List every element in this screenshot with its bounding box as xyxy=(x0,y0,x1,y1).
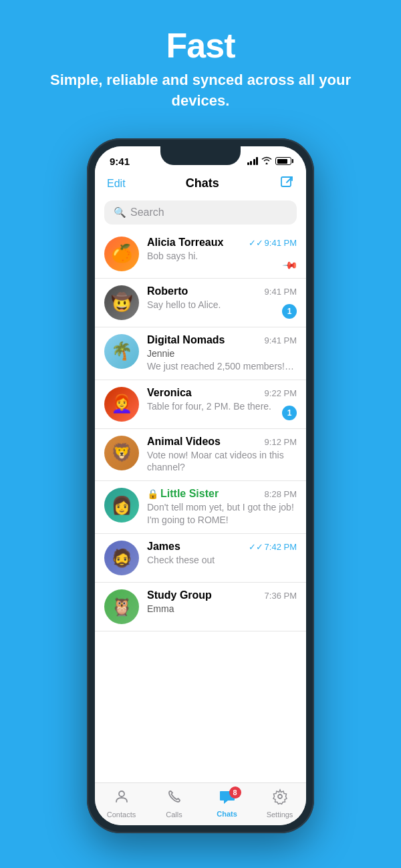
avatar-digital: 🌴 xyxy=(104,334,139,369)
tab-bar: Contacts Calls 8 xyxy=(95,782,306,825)
chat-content-roberto: Roberto 9:41 PM Say hello to Alice. xyxy=(147,285,297,311)
chat-name-veronica: Veronica xyxy=(147,387,192,399)
double-check-icon: ✓✓ xyxy=(249,238,263,248)
chat-item-animal[interactable]: 🦁 Animal Videos 9:12 PM Vote now! Moar c… xyxy=(95,429,306,482)
svg-point-2 xyxy=(278,794,282,799)
chat-time-veronica: 9:22 PM xyxy=(265,388,297,398)
contacts-icon xyxy=(114,788,130,809)
chat-time-roberto: 9:41 PM xyxy=(265,287,297,297)
chat-time-study: 7:36 PM xyxy=(265,591,297,601)
chat-item-james[interactable]: 🧔 James ✓✓7:42 PM Check these out xyxy=(95,534,306,583)
calls-icon xyxy=(166,788,182,809)
phone-frame: 9:41 xyxy=(87,138,314,833)
chat-name-roberto: Roberto xyxy=(147,285,188,297)
avatar-veronica: 👩‍🦰 xyxy=(104,387,139,422)
battery-icon xyxy=(275,157,291,165)
chats-badge: 8 xyxy=(229,786,241,799)
chat-list: 🍊 Alicia Torreaux ✓✓9:41 PM Bob says hi.… xyxy=(95,230,306,782)
chat-content-james: James ✓✓7:42 PM Check these out xyxy=(147,541,297,567)
chat-time-alicia: ✓✓9:41 PM xyxy=(249,238,297,248)
settings-icon xyxy=(272,788,288,809)
chat-item-study[interactable]: 🦉 Study Group 7:36 PM Emma xyxy=(95,583,306,631)
tab-calls-label: Calls xyxy=(166,811,182,819)
chat-content-alicia: Alicia Torreaux ✓✓9:41 PM Bob says hi. xyxy=(147,237,297,263)
svg-rect-0 xyxy=(281,177,291,186)
chat-content-veronica: Veronica 9:22 PM Table for four, 2 PM. B… xyxy=(147,387,297,413)
chat-name-alicia: Alicia Torreaux xyxy=(147,237,223,249)
chat-time-sister: 8:28 PM xyxy=(265,489,297,499)
avatar-james: 🧔 xyxy=(104,541,139,575)
tab-contacts[interactable]: Contacts xyxy=(95,788,148,819)
tab-chats-label: Chats xyxy=(217,810,237,818)
phone-notch xyxy=(160,146,241,165)
chat-item-veronica[interactable]: 👩‍🦰 Veronica 9:22 PM Table for four, 2 P… xyxy=(95,380,306,429)
badge-veronica: 1 xyxy=(282,406,297,420)
tab-chats[interactable]: 8 Chats xyxy=(200,789,253,818)
hero-section: Fast Simple, reliable and synced across … xyxy=(0,0,401,125)
tab-settings[interactable]: Settings xyxy=(253,788,306,819)
page-title: Chats xyxy=(186,176,219,190)
svg-point-1 xyxy=(119,791,124,797)
wifi-icon xyxy=(261,156,272,166)
double-check-icon-james: ✓✓ xyxy=(249,542,263,552)
avatar-animal: 🦁 xyxy=(104,436,139,470)
chat-item-alicia[interactable]: 🍊 Alicia Torreaux ✓✓9:41 PM Bob says hi.… xyxy=(95,230,306,279)
phone-wrapper: 9:41 xyxy=(0,138,401,833)
chat-preview-alicia: Bob says hi. xyxy=(147,250,297,263)
tab-contacts-label: Contacts xyxy=(107,811,136,819)
search-bar[interactable]: 🔍 Search xyxy=(104,200,297,225)
chat-name-animal: Animal Videos xyxy=(147,436,221,448)
status-icons xyxy=(247,156,292,166)
chat-item-roberto[interactable]: 🤠 Roberto 9:41 PM Say hello to Alice. 1 xyxy=(95,279,306,327)
search-icon: 🔍 xyxy=(114,206,126,219)
chat-preview-animal: Vote now! Moar cat videos in this channe… xyxy=(147,449,297,474)
badge-roberto: 1 xyxy=(282,304,297,319)
tab-settings-label: Settings xyxy=(267,811,293,819)
chat-name-sister: 🔒Little Sister xyxy=(147,488,219,500)
tab-calls[interactable]: Calls xyxy=(148,788,200,819)
lock-icon: 🔒 xyxy=(147,488,158,499)
avatar-study: 🦉 xyxy=(104,589,139,624)
chat-content-sister: 🔒Little Sister 8:28 PM Don't tell mom ye… xyxy=(147,488,297,527)
chat-content-study: Study Group 7:36 PM Emma xyxy=(147,589,297,615)
chat-time-digital: 9:41 PM xyxy=(265,335,297,345)
chat-preview-james: Check these out xyxy=(147,554,297,567)
chat-name-james: James xyxy=(147,541,180,553)
chat-content-digital: Digital Nomads 9:41 PM JennieWe just rea… xyxy=(147,334,297,373)
chat-item-digital[interactable]: 🌴 Digital Nomads 9:41 PM JennieWe just r… xyxy=(95,327,306,380)
avatar-alicia: 🍊 xyxy=(104,237,139,271)
compose-button[interactable] xyxy=(279,175,294,192)
chat-preview-study: Emma xyxy=(147,603,297,615)
hero-title: Fast xyxy=(0,27,401,65)
avatar-roberto: 🤠 xyxy=(104,285,139,320)
hero-subtitle: Simple, reliable and synced across all y… xyxy=(0,70,401,112)
signal-bars-icon xyxy=(247,157,259,165)
search-placeholder: Search xyxy=(130,206,164,219)
chat-time-animal: 9:12 PM xyxy=(265,437,297,447)
chat-name-digital: Digital Nomads xyxy=(147,334,225,346)
status-time: 9:41 xyxy=(110,156,130,167)
chats-icon-wrapper: 8 xyxy=(219,789,236,808)
chat-time-james: ✓✓7:42 PM xyxy=(249,542,297,552)
chat-preview-digital: JennieWe just reached 2,500 members! WOO… xyxy=(147,347,297,373)
chat-content-animal: Animal Videos 9:12 PM Vote now! Moar cat… xyxy=(147,436,297,474)
chat-preview-roberto: Say hello to Alice. xyxy=(147,299,297,311)
phone-screen: 9:41 xyxy=(95,146,306,825)
nav-header: Edit Chats xyxy=(95,171,306,199)
avatar-sister: 👩 xyxy=(104,488,139,523)
chat-item-sister[interactable]: 👩 🔒Little Sister 8:28 PM Don't tell mom … xyxy=(95,481,306,534)
chat-name-study: Study Group xyxy=(147,589,212,601)
edit-button[interactable]: Edit xyxy=(107,178,126,190)
chat-preview-veronica: Table for four, 2 PM. Be there. xyxy=(147,400,297,413)
chat-preview-sister: Don't tell mom yet, but I got the job! I… xyxy=(147,501,297,527)
